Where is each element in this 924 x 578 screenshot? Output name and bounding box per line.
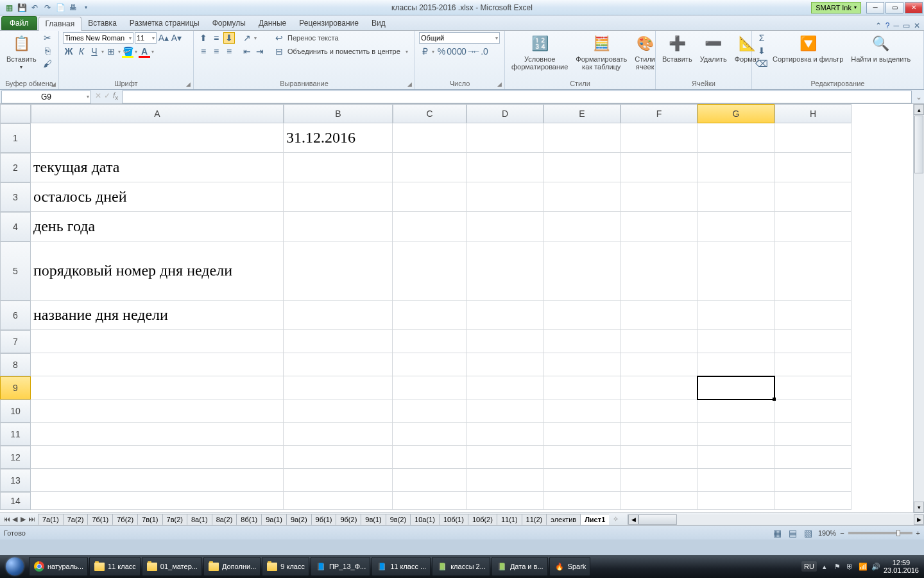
ribbon-tab-Вставка[interactable]: Вставка [81,17,123,30]
currency-icon[interactable]: ₽ [419,46,431,57]
new-sheet-icon[interactable]: ✧ [609,515,622,523]
sheet-tab[interactable]: 10б(2) [468,514,497,525]
cell-styles-button[interactable]: 🎨Стили ячеек [632,32,658,72]
cell[interactable] [466,182,543,212]
cell[interactable] [774,423,851,446]
ribbon-tab-Данные[interactable]: Данные [252,17,293,30]
delete-cells-button[interactable]: ➖Удалить [697,32,730,64]
cell[interactable] [697,241,774,301]
minimize-button[interactable]: ─ [866,2,884,13]
column-header[interactable]: E [543,104,620,123]
cell[interactable] [393,241,466,301]
cell[interactable] [774,446,851,469]
cell[interactable] [620,492,697,510]
ribbon-tab-Вид[interactable]: Вид [365,17,392,30]
sheet-tab[interactable]: 8а(2) [212,514,237,525]
cell[interactable] [774,153,851,182]
view-page-layout-icon[interactable]: ▤ [787,527,799,539]
zoom-in-icon[interactable]: + [916,529,920,537]
percent-icon[interactable]: % [436,46,447,57]
cell[interactable] [466,376,543,399]
taskbar-item[interactable]: 01_матер... [142,557,202,576]
cell[interactable] [543,153,620,182]
accept-formula-icon[interactable]: ✓ [104,91,110,101]
sheet-tab[interactable]: 7б(1) [87,514,113,525]
cell[interactable] [543,492,620,510]
sheet-nav-last-icon[interactable]: ⏭ [28,515,35,523]
taskbar-item[interactable]: 📘ПР_13_Ф... [311,557,370,576]
cell[interactable] [284,241,393,301]
qat-icon-1[interactable]: 📄 [55,3,65,13]
view-page-break-icon[interactable]: ▧ [803,527,814,539]
cell[interactable] [393,182,466,212]
cell[interactable] [697,153,774,182]
clock[interactable]: 12:59 23.01.2016 [884,559,919,574]
sheet-tab[interactable]: 10б(1) [439,514,468,525]
select-all-corner[interactable] [0,104,31,123]
column-header[interactable]: F [620,104,697,123]
doc-min-icon[interactable]: ─ [893,21,899,30]
cell[interactable] [697,212,774,241]
fx-icon[interactable]: fx [113,91,118,101]
cell[interactable] [284,446,393,469]
cell[interactable] [774,399,851,423]
cell[interactable] [620,123,697,153]
align-left-icon[interactable]: ≡ [198,46,209,57]
row-header[interactable]: 13 [0,469,31,492]
cell[interactable] [466,153,543,182]
sheet-tab[interactable]: 7в(2) [162,514,187,525]
cell[interactable]: день года [31,212,284,241]
cell[interactable] [466,423,543,446]
cell[interactable] [620,353,697,376]
format-painter-icon[interactable]: 🖌 [42,58,53,69]
align-right-icon[interactable]: ≡ [223,46,235,57]
cell[interactable] [620,376,697,399]
cell[interactable] [284,423,393,446]
horizontal-scrollbar[interactable]: ◀ ▶ [628,514,924,525]
cell[interactable] [393,399,466,423]
cell[interactable] [31,353,284,376]
cell[interactable] [697,330,774,353]
font-color-icon[interactable]: А [139,46,150,57]
undo-icon[interactable]: ↶ [30,3,40,13]
cell[interactable] [697,399,774,423]
cell[interactable] [466,330,543,353]
ribbon-tab-Формулы[interactable]: Формулы [206,17,252,30]
cell[interactable] [393,423,466,446]
row-header[interactable]: 4 [0,212,31,241]
sheet-tab[interactable]: 9а(2) [286,514,312,525]
cell[interactable] [466,301,543,330]
cell[interactable] [543,212,620,241]
cell[interactable] [697,353,774,376]
row-header[interactable]: 6 [0,301,31,330]
clipboard-dialog-launcher[interactable]: ◢ [51,81,56,87]
doc-restore-icon[interactable]: ▭ [903,21,910,30]
column-header[interactable]: B [284,104,393,123]
autosum-icon[interactable]: Σ [756,32,767,44]
conditional-formatting-button[interactable]: 🔢Условное форматирование [509,32,570,72]
cell[interactable] [774,301,851,330]
tray-network-icon[interactable]: 📶 [858,561,868,572]
cell[interactable] [284,376,393,399]
cell[interactable] [284,301,393,330]
font-size-combo[interactable]: 11▾ [135,32,157,44]
cell[interactable] [620,469,697,492]
doc-close-icon[interactable]: ✕ [914,21,920,30]
cancel-formula-icon[interactable]: ✕ [95,91,101,101]
sheet-tab[interactable]: 8а(1) [187,514,212,525]
merge-center-button[interactable]: ⊟Объединить и поместить в центре▾ [273,46,408,57]
cell[interactable] [284,353,393,376]
cell[interactable] [543,182,620,212]
language-indicator[interactable]: RU [801,561,817,572]
cell[interactable] [774,212,851,241]
cell[interactable] [697,469,774,492]
row-header[interactable]: 1 [0,123,31,153]
sheet-tab[interactable]: 9в(1) [361,514,386,525]
find-select-button[interactable]: 🔍Найти и выделить [848,32,913,64]
file-tab[interactable]: Файл [1,16,37,30]
cell[interactable] [393,153,466,182]
cell[interactable] [774,241,851,301]
cell[interactable] [31,330,284,353]
bold-icon[interactable]: Ж [63,46,74,57]
indent-increase-icon[interactable]: ⇥ [254,46,266,57]
